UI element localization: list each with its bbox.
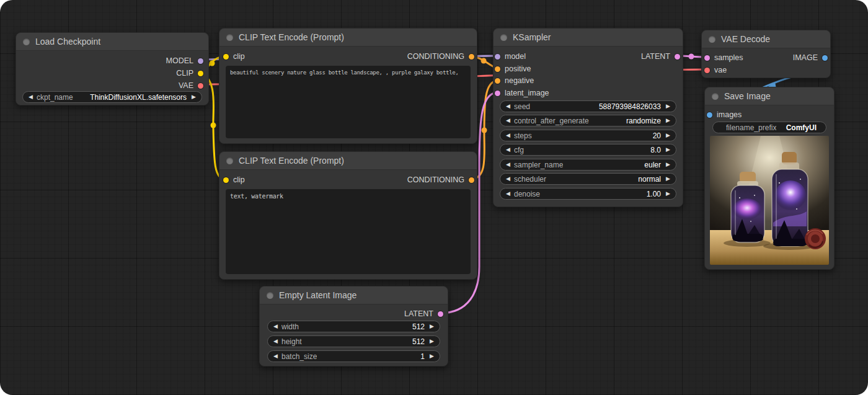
positive-prompt-textarea[interactable]: beautiful scenery nature glass bottle la… xyxy=(226,66,471,138)
widget-value: 512 xyxy=(412,322,425,331)
input-port-positive[interactable]: positive xyxy=(495,63,531,74)
wire-dot-clip2 xyxy=(211,123,216,128)
collapse-dot-icon[interactable] xyxy=(23,38,30,45)
collapse-dot-icon[interactable] xyxy=(226,158,233,164)
batch-size-widget[interactable]: ◀ batch_size 1 ▶ xyxy=(267,350,440,362)
node-clip-text-encode-negative[interactable]: CLIP Text Encode (Prompt) clip CONDITION… xyxy=(219,151,477,280)
output-port-conditioning[interactable]: CONDITIONING xyxy=(407,174,474,185)
node-header[interactable]: Empty Latent Image xyxy=(260,286,448,304)
latent-port-icon[interactable] xyxy=(495,91,500,96)
clip-port-icon[interactable] xyxy=(223,54,229,60)
vae-port-icon[interactable] xyxy=(704,68,710,73)
wire-dot-positive xyxy=(481,58,487,64)
output-port-vae[interactable]: VAE xyxy=(179,80,203,91)
widget-name: steps xyxy=(514,131,532,140)
next-value-arrow-icon[interactable]: ▶ xyxy=(663,162,673,167)
latent-port-icon[interactable] xyxy=(675,54,680,60)
image-port-icon[interactable] xyxy=(707,112,712,118)
input-port-negative[interactable]: negative xyxy=(495,75,534,86)
node-header[interactable]: CLIP Text Encode (Prompt) xyxy=(219,29,477,47)
steps-widget[interactable]: ◀ steps 20 ▶ xyxy=(500,130,676,141)
height-widget[interactable]: ◀ height 512 ▶ xyxy=(267,335,440,347)
next-value-arrow-icon[interactable]: ▶ xyxy=(189,94,198,100)
conditioning-port-icon[interactable] xyxy=(469,54,474,60)
conditioning-port-icon[interactable] xyxy=(495,66,500,72)
prev-value-arrow-icon[interactable]: ◀ xyxy=(503,147,513,153)
image-port-icon[interactable] xyxy=(822,55,828,61)
widget-value: 8.0 xyxy=(650,146,661,154)
next-value-arrow-icon[interactable]: ▶ xyxy=(663,118,673,123)
output-port-latent[interactable]: LATENT xyxy=(641,51,680,62)
input-port-vae[interactable]: vae xyxy=(704,64,727,76)
input-port-images[interactable]: images xyxy=(707,109,742,120)
node-empty-latent-image[interactable]: Empty Latent Image LATENT ◀ width 512 ▶ … xyxy=(259,286,448,366)
control-after-generate-widget[interactable]: ◀ control_after_generate randomize ▶ xyxy=(500,115,676,126)
next-value-arrow-icon[interactable]: ▶ xyxy=(427,324,436,329)
output-port-model[interactable]: MODEL xyxy=(166,55,203,66)
next-value-arrow-icon[interactable]: ▶ xyxy=(663,104,673,109)
node-header[interactable]: Load Checkpoint xyxy=(16,33,208,51)
model-port-icon[interactable] xyxy=(198,58,203,64)
prev-value-arrow-icon[interactable]: ◀ xyxy=(271,339,280,344)
node-header[interactable]: KSampler xyxy=(494,29,683,47)
clip-port-icon[interactable] xyxy=(198,71,203,76)
prev-value-arrow-icon[interactable]: ◀ xyxy=(503,118,513,123)
output-port-latent[interactable]: LATENT xyxy=(404,308,443,319)
seed-widget[interactable]: ◀ seed 588793984826033 ▶ xyxy=(500,100,676,112)
node-header[interactable]: CLIP Text Encode (Prompt) xyxy=(219,152,477,170)
prev-value-arrow-icon[interactable]: ◀ xyxy=(271,324,280,329)
node-save-image[interactable]: Save Image images filename_prefix ComfyU… xyxy=(704,87,835,270)
node-header[interactable]: Save Image xyxy=(705,87,834,105)
prev-value-arrow-icon[interactable]: ◀ xyxy=(503,104,513,109)
node-header[interactable]: VAE Decode xyxy=(702,30,830,48)
next-value-arrow-icon[interactable]: ▶ xyxy=(663,133,673,138)
input-port-clip[interactable]: clip xyxy=(223,51,245,62)
negative-prompt-textarea[interactable]: text, watermark xyxy=(226,189,471,274)
output-port-conditioning[interactable]: CONDITIONING xyxy=(407,51,474,62)
prev-value-arrow-icon[interactable]: ◀ xyxy=(271,353,280,359)
conditioning-port-icon[interactable] xyxy=(469,177,474,183)
scheduler-widget[interactable]: ◀ scheduler normal ▶ xyxy=(500,173,676,185)
latent-port-icon[interactable] xyxy=(438,311,443,317)
collapse-dot-icon[interactable] xyxy=(267,292,273,299)
input-port-samples[interactable]: samples xyxy=(704,52,743,63)
output-port-clip[interactable]: CLIP xyxy=(176,68,203,79)
filename-prefix-widget[interactable]: filename_prefix ComfyUI xyxy=(712,122,826,133)
collapse-dot-icon[interactable] xyxy=(712,93,719,100)
port-label: VAE xyxy=(179,81,193,90)
model-port-icon[interactable] xyxy=(495,54,500,60)
prev-value-arrow-icon[interactable]: ◀ xyxy=(503,176,513,182)
next-value-arrow-icon[interactable]: ▶ xyxy=(427,353,436,359)
next-value-arrow-icon[interactable]: ▶ xyxy=(663,147,673,153)
width-widget[interactable]: ◀ width 512 ▶ xyxy=(267,321,440,332)
next-value-arrow-icon[interactable]: ▶ xyxy=(427,339,436,344)
input-port-model[interactable]: model xyxy=(495,51,526,62)
node-ksampler[interactable]: KSampler model positive negative latent_… xyxy=(493,28,683,207)
next-value-arrow-icon[interactable]: ▶ xyxy=(663,176,673,182)
output-port-image[interactable]: IMAGE xyxy=(793,52,828,63)
prev-value-arrow-icon[interactable]: ◀ xyxy=(503,191,513,197)
input-port-clip[interactable]: clip xyxy=(223,174,245,185)
collapse-dot-icon[interactable] xyxy=(709,36,715,43)
prev-value-arrow-icon[interactable]: ◀ xyxy=(503,162,513,167)
collapse-dot-icon[interactable] xyxy=(500,34,507,41)
prev-value-arrow-icon[interactable]: ◀ xyxy=(26,94,35,100)
node-load-checkpoint[interactable]: Load Checkpoint MODEL CLIP VAE ◀ ckpt_na… xyxy=(16,32,209,105)
input-port-latent-image[interactable]: latent_image xyxy=(495,87,549,99)
cfg-widget[interactable]: ◀ cfg 8.0 ▶ xyxy=(500,144,676,156)
node-graph-canvas[interactable]: Load Checkpoint MODEL CLIP VAE ◀ ckpt_na… xyxy=(0,0,868,395)
conditioning-port-icon[interactable] xyxy=(495,78,500,84)
collapse-dot-icon[interactable] xyxy=(226,34,233,41)
ckpt-name-widget[interactable]: ◀ ckpt_name ThinkDiffusionXL.safetensors… xyxy=(22,91,202,103)
sampler-name-widget[interactable]: ◀ sampler_name euler ▶ xyxy=(500,159,676,171)
vae-port-icon[interactable] xyxy=(198,83,203,89)
clip-port-icon[interactable] xyxy=(223,177,229,183)
denoise-widget[interactable]: ◀ denoise 1.00 ▶ xyxy=(500,188,676,200)
latent-port-icon[interactable] xyxy=(704,55,710,61)
prev-value-arrow-icon[interactable]: ◀ xyxy=(503,133,513,138)
node-vae-decode[interactable]: VAE Decode samples vae IMAGE xyxy=(701,30,831,78)
next-value-arrow-icon[interactable]: ▶ xyxy=(663,191,673,197)
node-clip-text-encode-positive[interactable]: CLIP Text Encode (Prompt) clip CONDITION… xyxy=(219,28,477,144)
widget-value: 1.00 xyxy=(647,190,661,198)
port-label: samples xyxy=(714,53,743,62)
